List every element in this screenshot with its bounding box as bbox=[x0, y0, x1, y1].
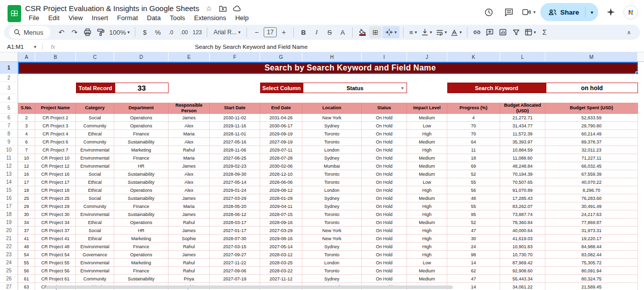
table-cell[interactable]: Operations bbox=[114, 114, 169, 122]
table-cell[interactable]: Medium bbox=[407, 194, 447, 202]
table-cell[interactable]: 48,248.84 bbox=[500, 162, 545, 170]
table-cell[interactable]: 2027-11-22 bbox=[210, 259, 260, 267]
table-cell[interactable]: Priya bbox=[169, 275, 210, 283]
bold-button[interactable]: B bbox=[297, 26, 309, 38]
table-cell[interactable]: 83,082.44 bbox=[545, 251, 638, 259]
table-cell[interactable]: High bbox=[407, 243, 447, 251]
table-header-cell[interactable]: Category bbox=[76, 103, 114, 114]
table-cell[interactable]: CR Project 29 bbox=[35, 202, 76, 210]
table-cell[interactable]: Mumbai bbox=[302, 162, 362, 170]
total-record-value-cell[interactable]: 33 bbox=[115, 83, 169, 93]
table-cell[interactable]: 18 bbox=[18, 186, 35, 194]
table-cell[interactable]: 37 bbox=[18, 227, 35, 235]
increase-font-size-button[interactable]: + bbox=[278, 26, 290, 38]
table-cell[interactable]: 2027-07-19 bbox=[210, 275, 260, 283]
row-header[interactable]: 18 bbox=[0, 210, 18, 219]
table-cell[interactable]: Medium bbox=[407, 162, 447, 170]
table-cell[interactable]: 8,296.70 bbox=[545, 186, 638, 194]
table-cell[interactable]: CR Project 55 bbox=[35, 259, 76, 267]
row-header[interactable]: 8 bbox=[0, 130, 18, 138]
menus-search-button[interactable]: Menus bbox=[9, 26, 50, 39]
table-cell[interactable]: 56,443.34 bbox=[500, 275, 545, 283]
table-cell[interactable]: On Hold bbox=[362, 130, 407, 138]
avatar[interactable]: N bbox=[623, 5, 638, 20]
table-cell[interactable]: Alex bbox=[169, 186, 210, 194]
table-cell[interactable]: Rahul bbox=[169, 219, 210, 227]
table-cell[interactable]: On Hold bbox=[362, 122, 407, 130]
table-cell[interactable]: Community bbox=[76, 275, 114, 283]
table-cell[interactable]: 66,032.45 bbox=[545, 162, 638, 170]
pivot-table-button[interactable]: ▾ bbox=[523, 26, 538, 38]
table-header-cell[interactable]: Budget Spent (USD) bbox=[545, 103, 638, 114]
table-cell[interactable]: 60,214.49 bbox=[545, 130, 638, 138]
table-cell[interactable]: CR Project 2 bbox=[35, 114, 76, 122]
table-cell[interactable]: 21,589.45 bbox=[545, 283, 638, 290]
table-cell[interactable]: On Hold bbox=[362, 267, 407, 275]
table-cell[interactable]: Finance bbox=[114, 243, 169, 251]
insert-comment-button[interactable] bbox=[484, 26, 496, 38]
row-header[interactable]: 27 bbox=[0, 283, 18, 290]
table-cell[interactable]: 62 bbox=[447, 267, 500, 275]
table-cell[interactable]: Social bbox=[76, 170, 114, 178]
table-cell[interactable]: Low bbox=[407, 259, 447, 267]
table-cell[interactable]: 2027-09-06 bbox=[210, 267, 260, 275]
table-cell[interactable]: Ethical bbox=[76, 235, 114, 243]
insert-chart-button[interactable] bbox=[497, 26, 509, 38]
hide-menus-button[interactable]: ∧ bbox=[627, 29, 631, 36]
table-cell[interactable]: Marketing bbox=[114, 146, 169, 154]
table-cell[interactable]: Environmental bbox=[76, 162, 114, 170]
menu-item-extensions[interactable]: Extensions bbox=[191, 14, 230, 22]
table-cell[interactable]: 2029-02-23 bbox=[210, 162, 260, 170]
share-dropdown[interactable]: ▾ bbox=[586, 3, 598, 21]
table-cell[interactable]: 52,833.59 bbox=[545, 114, 638, 122]
formula-input[interactable]: Search by Search Keyword and Field Name bbox=[195, 44, 308, 50]
table-cell[interactable]: Sustainability bbox=[114, 194, 169, 202]
table-cell[interactable]: Environmental bbox=[76, 210, 114, 219]
table-cell[interactable]: 40,000.64 bbox=[500, 227, 545, 235]
table-cell[interactable]: 75,305.72 bbox=[545, 259, 638, 267]
table-cell[interactable]: 2029-11-16 bbox=[210, 122, 260, 130]
table-cell[interactable]: 2030-02-06 bbox=[260, 162, 302, 170]
strikethrough-button[interactable]: S bbox=[324, 26, 336, 38]
meet-presentation-button[interactable]: ▾ bbox=[522, 8, 536, 16]
table-cell[interactable]: On Hold bbox=[362, 235, 407, 243]
table-cell[interactable]: Community bbox=[76, 138, 114, 146]
table-cell[interactable]: Medium bbox=[407, 154, 447, 162]
table-cell[interactable]: 14 bbox=[447, 259, 500, 267]
table-cell[interactable]: 2027-06-25 bbox=[210, 154, 260, 162]
table-cell[interactable]: 14 bbox=[447, 283, 500, 290]
row-header[interactable]: 24 bbox=[0, 259, 18, 267]
table-cell[interactable]: High bbox=[407, 130, 447, 138]
menu-item-help[interactable]: Help bbox=[231, 14, 252, 22]
table-cell[interactable]: Environmental bbox=[76, 243, 114, 251]
table-cell[interactable]: On Hold bbox=[362, 162, 407, 170]
menu-item-tools[interactable]: Tools bbox=[166, 14, 188, 22]
table-cell[interactable]: 2029-04-11 bbox=[260, 202, 302, 210]
table-cell[interactable]: On Hold bbox=[362, 114, 407, 122]
row-header[interactable]: 16 bbox=[0, 194, 18, 202]
table-cell[interactable]: 2028-03-17 bbox=[210, 219, 260, 227]
table-cell[interactable]: 30 bbox=[447, 235, 500, 243]
table-cell[interactable]: 55 bbox=[447, 202, 500, 210]
table-cell[interactable]: CR Project 6 bbox=[35, 138, 76, 146]
table-cell[interactable]: Ethical bbox=[76, 219, 114, 227]
column-header-H[interactable]: H bbox=[302, 52, 362, 61]
table-header-cell[interactable]: Department bbox=[114, 103, 169, 114]
table-cell[interactable]: New York bbox=[302, 114, 362, 122]
row-header[interactable]: 19 bbox=[0, 219, 18, 227]
table-cell[interactable]: On Hold bbox=[362, 251, 407, 259]
table-cell[interactable]: Environmental bbox=[76, 267, 114, 275]
table-cell[interactable]: 2027-05-16 bbox=[210, 138, 260, 146]
table-cell[interactable]: 71,227.11 bbox=[545, 154, 638, 162]
table-cell[interactable]: 84,988.44 bbox=[545, 243, 638, 251]
insert-link-button[interactable] bbox=[471, 26, 483, 38]
table-cell[interactable]: High bbox=[407, 235, 447, 243]
table-cell[interactable]: Alex bbox=[169, 122, 210, 130]
menu-item-data[interactable]: Data bbox=[143, 14, 164, 22]
table-cell[interactable]: 61 bbox=[18, 275, 35, 283]
more-formats-button[interactable]: 123 bbox=[191, 26, 203, 38]
column-header-A[interactable]: A bbox=[18, 52, 35, 61]
table-cell[interactable]: 31,973.31 bbox=[545, 227, 638, 235]
table-cell[interactable]: On Hold bbox=[362, 219, 407, 227]
table-cell[interactable]: 41,619.03 bbox=[500, 235, 545, 243]
